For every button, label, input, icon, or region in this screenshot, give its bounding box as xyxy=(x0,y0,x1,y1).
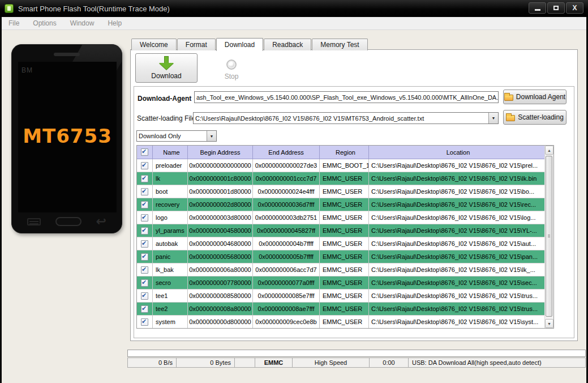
cell-location: C:\Users\Rajaul\Desktop\8676_I02 V15\867… xyxy=(369,250,546,263)
header-begin-address[interactable]: Begin Address xyxy=(188,146,253,159)
cell-name: autobak xyxy=(153,237,188,250)
row-checkbox[interactable] xyxy=(137,172,153,185)
row-checkbox[interactable] xyxy=(137,303,153,316)
scroll-up-icon[interactable]: ▲ xyxy=(545,146,553,155)
cell-end-address: 0x0000000003db2751 xyxy=(253,211,320,224)
phone-corner-label: BM xyxy=(22,66,33,74)
header-end-address[interactable]: End Address xyxy=(253,146,320,159)
scroll-down-icon[interactable]: ▼ xyxy=(545,319,553,328)
table-row[interactable]: tee20x0000000008a800000x0000000008ae7fff… xyxy=(137,303,553,316)
cell-region: EMMC_USER xyxy=(320,211,369,224)
header-location[interactable]: Location xyxy=(369,146,546,159)
phone-speaker xyxy=(54,53,80,56)
cell-begin-address: 0x0000000004680000 xyxy=(188,237,253,250)
scatter-loading-button-label: Scatter-loading xyxy=(518,113,564,121)
tab-welcome[interactable]: Welcome xyxy=(131,39,177,50)
status-usb-info: USB: DA Download All(high speed,auto det… xyxy=(409,358,586,368)
tab-memory-test[interactable]: Memory Test xyxy=(312,39,367,50)
download-settings-panel: Download-Agent ash_Tool_exe_Windows_v5.1… xyxy=(134,86,574,338)
tab-readback[interactable]: Readback xyxy=(264,39,311,50)
cell-end-address: 0x0000000001ccc7d7 xyxy=(253,172,320,185)
table-row[interactable]: autobak0x00000000046800000x0000000004b7f… xyxy=(137,237,553,250)
table-row[interactable]: lk_bak0x0000000006a800000x0000000006acc7… xyxy=(137,263,553,276)
status-elapsed-time: 0:00 xyxy=(370,358,409,368)
header-region[interactable]: Region xyxy=(320,146,369,159)
checkbox-icon xyxy=(141,292,148,300)
table-row[interactable]: system0x000000000d8000000x000000009cec0e… xyxy=(137,316,553,329)
chevron-down-icon[interactable]: ▼ xyxy=(488,113,498,124)
row-checkbox[interactable] xyxy=(137,185,153,198)
checkbox-icon xyxy=(141,201,148,208)
maximize-button[interactable] xyxy=(547,2,565,14)
row-checkbox[interactable] xyxy=(137,276,153,290)
cell-begin-address: 0x0000000002d80000 xyxy=(188,198,253,211)
tab-download[interactable]: Download xyxy=(216,38,263,51)
tab-format[interactable]: Format xyxy=(177,39,216,50)
minimize-icon xyxy=(535,9,540,11)
header-select-all-checkbox[interactable] xyxy=(137,146,153,159)
table-row[interactable]: boot0x0000000001d800000x00000000024e4fff… xyxy=(137,185,553,198)
stop-button[interactable]: Stop xyxy=(213,53,250,83)
cell-name: lk_bak xyxy=(153,263,188,276)
cell-begin-address: 0x0000000003d80000 xyxy=(188,211,253,224)
minimize-button[interactable] xyxy=(529,2,546,14)
scrollbar-thumb[interactable] xyxy=(546,156,552,317)
scatter-loading-button[interactable]: Scatter-loading xyxy=(503,110,566,125)
cell-end-address: 0x000000009cec0e8b xyxy=(253,316,320,329)
download-button[interactable]: Download xyxy=(135,53,198,83)
folder-icon xyxy=(504,95,513,101)
download-agent-button-label: Download Agent xyxy=(516,93,565,101)
row-checkbox[interactable] xyxy=(137,198,153,211)
stop-icon xyxy=(226,59,237,70)
table-row[interactable]: preloader0x00000000000000000x00000000000… xyxy=(137,159,553,172)
cell-location: C:\Users\Rajaul\Desktop\8676_I02 V15\867… xyxy=(369,198,546,211)
cell-begin-address: 0x0000000008a80000 xyxy=(188,303,253,316)
cell-name: yl_params xyxy=(153,224,188,237)
cell-begin-address: 0x0000000008580000 xyxy=(188,290,253,303)
cell-region: EMMC_USER xyxy=(320,303,369,316)
row-checkbox[interactable] xyxy=(137,159,153,172)
chevron-down-icon[interactable]: ▼ xyxy=(207,131,216,141)
table-row[interactable]: secro0x00000000077800000x00000000077a0ff… xyxy=(137,276,553,290)
cell-location: C:\Users\Rajaul\Desktop\8676_I02 V15\867… xyxy=(369,172,546,185)
cell-begin-address: 0x0000000005680000 xyxy=(188,250,253,263)
partition-table-header: Name Begin Address End Address Region Lo… xyxy=(137,146,553,159)
table-row[interactable]: panic0x00000000056800000x0000000005b7fff… xyxy=(137,250,553,263)
cell-name: lk xyxy=(153,172,188,185)
row-checkbox[interactable] xyxy=(137,211,153,224)
cell-location: C:\Users\Rajaul\Desktop\8676_I02 V15\867… xyxy=(369,276,546,290)
download-agent-input[interactable]: ash_Tool_exe_Windows_v5.1540.00.000\SP_F… xyxy=(194,91,499,103)
checkbox-icon xyxy=(141,318,148,326)
cell-name: system xyxy=(153,316,188,329)
download-agent-button[interactable]: Download Agent xyxy=(503,90,566,104)
close-button[interactable]: X xyxy=(566,2,583,14)
menu-help[interactable]: Help xyxy=(101,19,128,27)
cell-end-address: 0x00000000045827ff xyxy=(253,224,320,237)
cell-location: C:\Users\Rajaul\Desktop\8676_I02 V15\867… xyxy=(369,224,546,237)
row-checkbox[interactable] xyxy=(137,290,153,303)
tab-bar: Welcome Format Download Readback Memory … xyxy=(131,38,368,50)
cell-name: boot xyxy=(153,185,188,198)
scatter-file-label: Scatter-loading File xyxy=(137,114,195,122)
row-checkbox[interactable] xyxy=(137,250,153,263)
menu-options[interactable]: Options xyxy=(26,19,63,27)
table-row[interactable]: tee10x00000000085800000x00000000085e7fff… xyxy=(137,290,553,303)
table-row[interactable]: recovery0x0000000002d800000x00000000036d… xyxy=(137,198,553,211)
table-scrollbar[interactable]: ▲ ▼ xyxy=(544,146,553,328)
scatter-file-combobox[interactable]: C:\Users\Rajaul\Desktop\8676_I02 V15\867… xyxy=(193,112,499,124)
cell-end-address: 0x0000000004b7ffff xyxy=(253,237,320,250)
row-checkbox[interactable] xyxy=(137,237,153,250)
cell-region: EMMC_USER xyxy=(320,185,369,198)
row-checkbox[interactable] xyxy=(137,224,153,237)
menu-file[interactable]: File xyxy=(2,19,26,27)
row-checkbox[interactable] xyxy=(137,263,153,276)
cell-begin-address: 0x000000000d800000 xyxy=(188,316,253,329)
table-row[interactable]: lk0x0000000001c800000x0000000001ccc7d7EM… xyxy=(137,172,553,185)
status-speed: 0 B/s xyxy=(127,358,177,368)
download-mode-select[interactable]: Download Only ▼ xyxy=(136,130,217,142)
table-row[interactable]: yl_params0x00000000045800000x00000000045… xyxy=(137,224,553,237)
header-name[interactable]: Name xyxy=(153,146,188,159)
table-row[interactable]: logo0x0000000003d800000x0000000003db2751… xyxy=(137,211,553,224)
row-checkbox[interactable] xyxy=(137,316,153,329)
menu-window[interactable]: Window xyxy=(63,19,101,27)
